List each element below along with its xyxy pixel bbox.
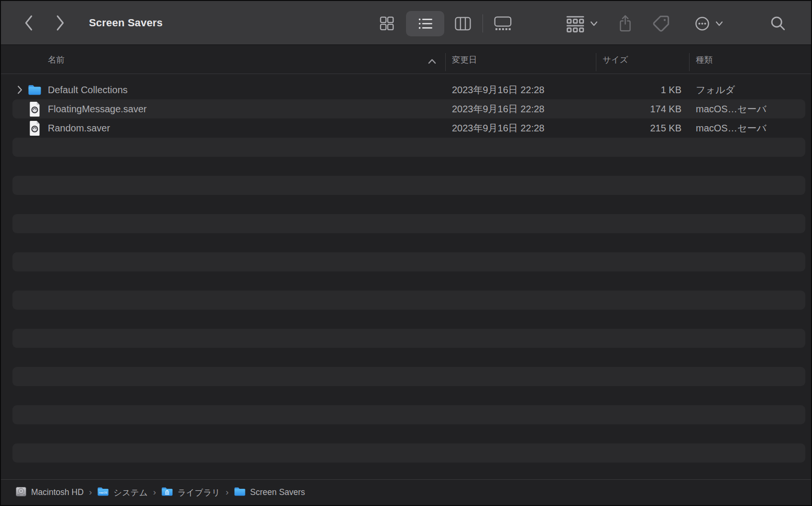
file-size: 174 KB	[603, 99, 681, 118]
columns-view-icon	[455, 17, 471, 31]
chevron-down-icon	[590, 21, 598, 26]
file-row-random-saver[interactable]: Random.saver 2023年9月16日 22:28 215 KB mac…	[1, 118, 811, 138]
more-options-icon	[694, 16, 710, 32]
file-list: Default Collections 2023年9月16日 22:28 1 K…	[1, 75, 811, 479]
search-icon	[770, 15, 786, 32]
system-folder-icon: macOS	[97, 486, 109, 498]
grid-view-icon	[380, 16, 394, 31]
file-name: Random.saver	[48, 118, 110, 138]
more-options-button[interactable]	[689, 11, 729, 36]
path-label: Screen Savers	[250, 487, 305, 497]
screensaver-file-icon	[27, 99, 42, 118]
folder-icon	[234, 486, 246, 498]
empty-row-stripe	[12, 176, 805, 195]
path-item-macintosh-hd[interactable]: Macintosh HD	[15, 486, 84, 499]
chevron-down-icon	[715, 21, 723, 26]
path-item-library[interactable]: ライブラリ	[161, 486, 220, 498]
file-kind: macOS…セーバ	[696, 99, 767, 118]
empty-row-stripe	[12, 443, 805, 463]
empty-row-stripe	[12, 405, 805, 424]
share-button[interactable]	[611, 10, 639, 37]
empty-row-stripe	[12, 367, 805, 386]
screensaver-file-icon	[27, 118, 42, 138]
column-resize-handle[interactable]	[445, 53, 446, 71]
view-icons-button[interactable]	[374, 11, 400, 36]
path-separator: ›	[226, 487, 229, 496]
path-item-screen-savers[interactable]: Screen Savers	[234, 486, 305, 498]
tag-icon	[652, 14, 670, 33]
column-header-row: 名前 変更日 サイズ 種類	[1, 45, 811, 74]
path-label: システム	[113, 487, 148, 498]
column-header-kind[interactable]: 種類	[696, 45, 713, 74]
empty-row-stripe	[12, 138, 805, 157]
empty-row-stripe	[12, 214, 805, 233]
file-row-default-collections[interactable]: Default Collections 2023年9月16日 22:28 1 K…	[1, 80, 811, 99]
folder-icon	[27, 80, 42, 99]
empty-row-stripe	[12, 291, 805, 310]
chevron-right-icon	[55, 14, 65, 32]
file-date-modified: 2023年9月16日 22:28	[452, 99, 544, 118]
svg-text:macOS: macOS	[99, 491, 108, 494]
view-gallery-button[interactable]	[487, 11, 518, 36]
file-kind: フォルダ	[696, 80, 735, 99]
hard-drive-icon	[15, 486, 27, 499]
list-view-icon	[418, 17, 433, 30]
toolbar-divider	[483, 14, 483, 32]
finder-window: Screen Savers	[0, 0, 812, 506]
path-separator: ›	[89, 487, 92, 496]
view-list-button[interactable]	[406, 11, 444, 36]
toolbar: Screen Savers	[1, 1, 811, 45]
window-title: Screen Savers	[89, 1, 163, 45]
column-resize-handle[interactable]	[596, 53, 596, 71]
chevron-left-icon	[24, 14, 33, 32]
view-columns-button[interactable]	[449, 11, 477, 36]
column-resize-handle[interactable]	[689, 53, 690, 71]
file-name: Default Collections	[48, 80, 128, 99]
file-kind: macOS…セーバ	[696, 118, 767, 138]
gallery-view-icon	[494, 16, 512, 31]
search-button[interactable]	[765, 11, 791, 36]
group-by-button[interactable]	[560, 11, 604, 36]
forward-button[interactable]	[51, 12, 70, 33]
empty-row-stripe	[12, 252, 805, 271]
path-separator: ›	[153, 487, 156, 496]
path-label: ライブラリ	[177, 487, 220, 498]
file-row-floatingmessage-saver[interactable]: FloatingMessage.saver 2023年9月16日 22:28 1…	[1, 99, 811, 118]
file-date-modified: 2023年9月16日 22:28	[452, 80, 544, 99]
file-size: 215 KB	[603, 118, 681, 138]
file-date-modified: 2023年9月16日 22:28	[452, 118, 544, 138]
tag-button[interactable]	[647, 10, 675, 37]
group-by-icon	[566, 15, 585, 32]
back-button[interactable]	[19, 12, 38, 33]
share-icon	[618, 13, 633, 33]
path-item-system[interactable]: macOS システム	[97, 486, 148, 498]
empty-row-stripe	[12, 329, 805, 348]
column-header-date-modified[interactable]: 変更日	[452, 45, 477, 74]
file-name: FloatingMessage.saver	[48, 99, 147, 118]
path-bar: Macintosh HD › macOS システム ›	[1, 479, 811, 505]
library-folder-icon	[161, 486, 173, 498]
file-size: 1 KB	[603, 80, 681, 99]
path-label: Macintosh HD	[31, 487, 84, 497]
column-header-size[interactable]: サイズ	[603, 45, 628, 74]
column-header-name[interactable]: 名前	[48, 45, 65, 74]
disclosure-chevron-icon[interactable]	[15, 80, 24, 99]
